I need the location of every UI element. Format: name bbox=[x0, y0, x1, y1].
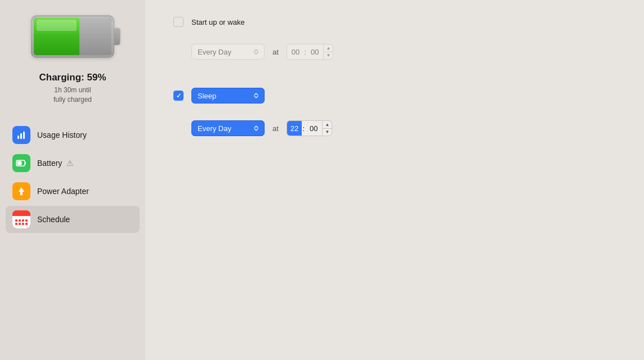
charging-status: Charging: 59% 1h 30m until fully charged bbox=[39, 72, 106, 105]
startup-checkbox[interactable] bbox=[173, 17, 184, 27]
sleep-time-up[interactable]: ▲ bbox=[323, 121, 332, 129]
svg-rect-4 bbox=[17, 161, 22, 165]
battery-label: Battery bbox=[37, 159, 62, 168]
calendar-icon bbox=[12, 210, 30, 228]
power-adapter-label: Power Adapter bbox=[37, 187, 89, 196]
startup-day-dropdown[interactable]: Every Day bbox=[191, 44, 265, 60]
sleep-at-label: at bbox=[272, 124, 279, 133]
usage-history-icon bbox=[12, 126, 30, 144]
sleep-day-dropdown[interactable]: Every Day bbox=[191, 120, 265, 136]
sleep-action-arrows bbox=[254, 93, 258, 98]
startup-day-arrow-down bbox=[254, 52, 258, 55]
startup-day-dropdown-text: Every Day bbox=[198, 48, 231, 56]
battery-icon-display bbox=[28, 11, 118, 62]
startup-time-up[interactable]: ▲ bbox=[324, 44, 333, 52]
sidebar-item-schedule[interactable]: Schedule bbox=[6, 206, 140, 233]
battery-warning-icon: ⚠ bbox=[66, 159, 74, 168]
sleep-action-dropdown[interactable]: Sleep bbox=[191, 88, 265, 104]
sleep-checkbox[interactable] bbox=[173, 91, 184, 101]
sleep-day-arrow-down bbox=[254, 128, 258, 131]
sleep-time-down[interactable]: ▼ bbox=[323, 129, 332, 136]
power-adapter-icon bbox=[12, 182, 30, 200]
sidebar: Charging: 59% 1h 30m until fully charged… bbox=[0, 0, 145, 360]
schedule-content: Schedule bbox=[37, 215, 133, 224]
svg-rect-0 bbox=[17, 136, 19, 139]
sleep-time-input[interactable]: 22 : 00 ▲ ▼ bbox=[287, 120, 332, 136]
sidebar-item-battery[interactable]: Battery ⚠ bbox=[6, 150, 140, 177]
sleep-action-arrow-down bbox=[254, 96, 258, 98]
startup-time-hour: 00 bbox=[287, 48, 304, 56]
power-adapter-content: Power Adapter bbox=[37, 187, 133, 196]
sleep-day-arrows bbox=[254, 125, 258, 131]
sleep-time-hour: 22 bbox=[287, 121, 302, 136]
startup-time-minute: 00 bbox=[306, 48, 323, 56]
sleep-section: Sleep Every Day bbox=[173, 88, 616, 147]
schedule-label: Schedule bbox=[37, 215, 70, 224]
schedule-icon bbox=[12, 210, 30, 228]
sleep-action-text: Sleep bbox=[198, 92, 216, 100]
battery-body bbox=[31, 15, 114, 58]
svg-rect-5 bbox=[25, 162, 26, 164]
svg-rect-2 bbox=[23, 132, 25, 139]
startup-at-label: at bbox=[272, 48, 279, 56]
svg-marker-6 bbox=[19, 187, 24, 195]
startup-checkbox-row: Start up or wake bbox=[173, 17, 616, 27]
startup-time-down[interactable]: ▼ bbox=[324, 52, 333, 60]
cal-top bbox=[12, 210, 30, 216]
sidebar-nav: Usage History Battery ⚠ bbox=[0, 122, 145, 234]
cal-dots bbox=[15, 219, 28, 225]
main-content: Start up or wake Every Day at 00 : 00 bbox=[145, 0, 644, 360]
usage-history-label: Usage History bbox=[37, 130, 87, 140]
sleep-checkbox-row: Sleep bbox=[173, 88, 616, 104]
cal-bottom bbox=[12, 216, 30, 228]
svg-rect-1 bbox=[20, 133, 22, 139]
sidebar-item-power-adapter[interactable]: Power Adapter bbox=[6, 178, 140, 205]
battery-content: Battery ⚠ bbox=[37, 159, 133, 168]
startup-controls-row: Every Day at 00 : 00 ▲ ▼ bbox=[173, 44, 616, 60]
charging-percent-label: Charging: 59% bbox=[39, 72, 106, 83]
sleep-time-arrows: ▲ ▼ bbox=[322, 121, 332, 136]
battery-grey-fill bbox=[79, 18, 111, 55]
battery-terminal bbox=[114, 28, 120, 45]
battery-nav-icon bbox=[12, 154, 30, 172]
startup-day-arrows bbox=[254, 49, 258, 55]
charging-time-label: 1h 30m until fully charged bbox=[39, 86, 106, 105]
battery-green-fill bbox=[34, 18, 79, 55]
battery-fill-area bbox=[34, 18, 111, 55]
sidebar-item-usage-history[interactable]: Usage History bbox=[6, 122, 140, 148]
sleep-controls-row: Every Day at 22 : 00 ▲ ▼ bbox=[173, 120, 616, 136]
startup-time-arrows: ▲ ▼ bbox=[323, 44, 333, 59]
sleep-day-dropdown-text: Every Day bbox=[198, 124, 231, 133]
startup-section: Start up or wake Every Day at 00 : 00 bbox=[173, 17, 616, 71]
startup-time-input[interactable]: 00 : 00 ▲ ▼ bbox=[287, 44, 333, 60]
sleep-time-minute: 00 bbox=[305, 124, 322, 133]
startup-label: Start up or wake bbox=[191, 18, 245, 26]
usage-history-content: Usage History bbox=[37, 130, 133, 140]
